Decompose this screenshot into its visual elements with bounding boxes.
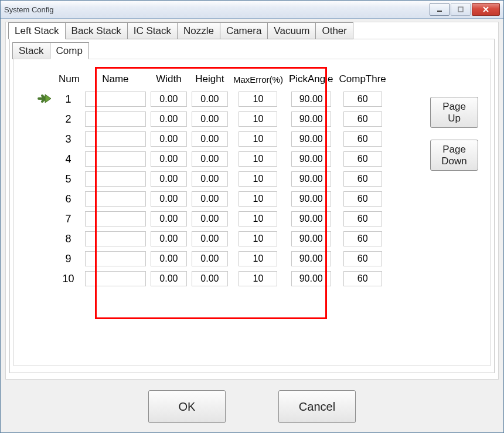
- name-input[interactable]: [85, 211, 146, 226]
- height-input[interactable]: [192, 92, 228, 107]
- compthre-input[interactable]: [343, 251, 382, 266]
- header-width: Width: [150, 71, 188, 87]
- width-input[interactable]: [151, 151, 187, 167]
- outer-tab-ic-stack[interactable]: IC Stack: [127, 22, 178, 39]
- outer-tab-other[interactable]: Other: [315, 22, 353, 39]
- name-input[interactable]: [85, 251, 146, 266]
- minimize-icon: [436, 6, 443, 13]
- name-input[interactable]: [85, 191, 146, 207]
- pickangle-input[interactable]: [291, 151, 331, 167]
- page-down-button[interactable]: Page Down: [430, 140, 478, 171]
- height-input[interactable]: [192, 251, 228, 266]
- maxerror-input[interactable]: [239, 131, 277, 147]
- width-input[interactable]: [151, 111, 187, 127]
- name-input[interactable]: [85, 151, 146, 167]
- inner-tab-comp[interactable]: Comp: [50, 42, 89, 59]
- compthre-input[interactable]: [343, 111, 382, 127]
- maxerror-input[interactable]: [239, 92, 277, 107]
- compthre-input[interactable]: [343, 271, 382, 286]
- table-row: 7: [35, 211, 387, 227]
- maxerror-input[interactable]: [239, 171, 277, 187]
- comp-grid: Num Name Width Height MaxError(%) PickAn…: [32, 67, 391, 290]
- compthre-input[interactable]: [343, 92, 382, 107]
- height-input[interactable]: [192, 151, 228, 167]
- table-row: 10: [35, 270, 387, 287]
- width-input[interactable]: [151, 92, 187, 107]
- pickangle-input[interactable]: [291, 111, 331, 127]
- width-input[interactable]: [151, 231, 187, 246]
- compthre-input[interactable]: [343, 131, 382, 147]
- compthre-input[interactable]: [343, 171, 382, 187]
- height-input[interactable]: [192, 171, 228, 187]
- name-input[interactable]: [85, 171, 146, 187]
- outer-tab-left-stack[interactable]: Left Stack: [8, 22, 66, 39]
- table-row: 1: [35, 91, 387, 107]
- compthre-input[interactable]: [343, 151, 382, 167]
- page-up-button[interactable]: Page Up: [430, 97, 478, 128]
- maxerror-input[interactable]: [239, 271, 277, 286]
- pickangle-input[interactable]: [291, 231, 331, 246]
- grid-wrap: Num Name Width Height MaxError(%) PickAn…: [32, 67, 483, 290]
- maxerror-input[interactable]: [239, 211, 277, 226]
- inner-tab-stack[interactable]: Stack: [12, 42, 50, 59]
- pickangle-input[interactable]: [291, 92, 331, 107]
- close-button[interactable]: [472, 3, 500, 16]
- header-name: Name: [84, 71, 147, 87]
- compthre-input[interactable]: [343, 231, 382, 246]
- compthre-input[interactable]: [343, 191, 382, 207]
- side-buttons: Page Up Page Down: [430, 97, 478, 171]
- maximize-button[interactable]: [451, 3, 471, 16]
- row-num: 3: [57, 131, 81, 147]
- maxerror-input[interactable]: [239, 111, 277, 127]
- svg-rect-1: [458, 7, 463, 12]
- svg-rect-0: [437, 11, 442, 12]
- pickangle-input[interactable]: [291, 131, 331, 147]
- minimize-button[interactable]: [430, 3, 449, 16]
- table-row: 3: [35, 131, 387, 147]
- height-input[interactable]: [192, 231, 228, 246]
- cancel-button[interactable]: Cancel: [278, 390, 356, 423]
- height-input[interactable]: [192, 131, 228, 147]
- row-num: 10: [57, 270, 81, 287]
- width-input[interactable]: [151, 271, 187, 286]
- inner-tabs: StackComp: [10, 39, 494, 59]
- height-input[interactable]: [192, 191, 228, 207]
- width-input[interactable]: [151, 171, 187, 187]
- maxerror-input[interactable]: [239, 191, 277, 207]
- table-row: 9: [35, 251, 387, 267]
- name-input[interactable]: [85, 231, 146, 246]
- row-num: 8: [57, 231, 81, 247]
- pickangle-input[interactable]: [291, 251, 331, 266]
- titlebar: System Config: [1, 1, 503, 19]
- outer-tab-back-stack[interactable]: Back Stack: [65, 22, 128, 39]
- pickangle-input[interactable]: [291, 271, 331, 286]
- header-maxerror: MaxError(%): [232, 71, 284, 87]
- table-row: 2: [35, 111, 387, 127]
- name-input[interactable]: [85, 271, 146, 286]
- width-input[interactable]: [151, 131, 187, 147]
- maxerror-input[interactable]: [239, 231, 277, 246]
- width-input[interactable]: [151, 211, 187, 226]
- pickangle-input[interactable]: [291, 191, 331, 207]
- table-row: 4: [35, 151, 387, 167]
- pickangle-input[interactable]: [291, 211, 331, 226]
- outer-tab-nozzle[interactable]: Nozzle: [177, 22, 220, 39]
- row-num: 9: [57, 251, 81, 267]
- name-input[interactable]: [85, 92, 146, 107]
- name-input[interactable]: [85, 111, 146, 127]
- maxerror-input[interactable]: [239, 251, 277, 266]
- pickangle-input[interactable]: [291, 171, 331, 187]
- outer-tab-camera[interactable]: Camera: [220, 22, 268, 39]
- table-row: 5: [35, 171, 387, 187]
- ok-button[interactable]: OK: [148, 390, 226, 423]
- outer-tab-vacuum[interactable]: Vacuum: [267, 22, 316, 39]
- maxerror-input[interactable]: [239, 151, 277, 167]
- row-num: 7: [57, 211, 81, 227]
- name-input[interactable]: [85, 131, 146, 147]
- width-input[interactable]: [151, 191, 187, 207]
- height-input[interactable]: [192, 271, 228, 286]
- height-input[interactable]: [192, 211, 228, 226]
- width-input[interactable]: [151, 251, 187, 266]
- compthre-input[interactable]: [343, 211, 382, 226]
- height-input[interactable]: [192, 111, 228, 127]
